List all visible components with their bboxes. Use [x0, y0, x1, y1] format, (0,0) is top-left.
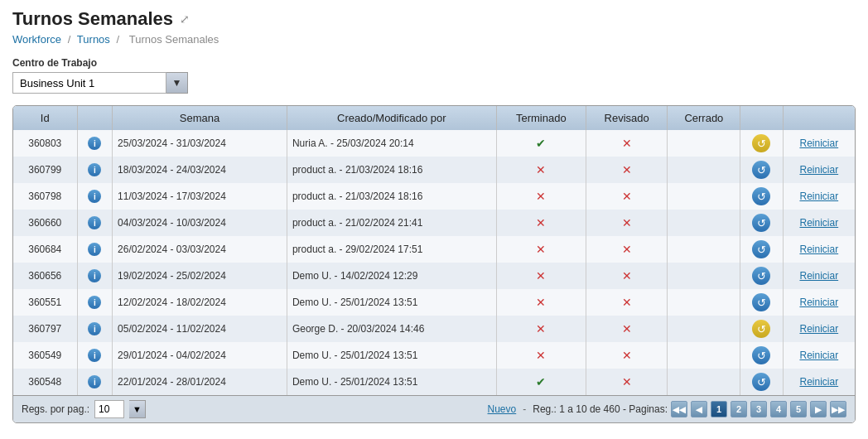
cell-id: 360656	[13, 263, 77, 289]
cell-cerrado	[668, 342, 740, 369]
info-icon[interactable]: i	[88, 216, 101, 229]
refresh-btn[interactable]: ↺	[752, 240, 770, 258]
cell-info: i	[77, 157, 113, 183]
refresh-btn[interactable]: ↺	[752, 293, 770, 311]
refresh-btn[interactable]: ↺	[752, 161, 770, 179]
revisado-cross: ✕	[622, 296, 632, 309]
page-prev-btn[interactable]: ◀	[691, 401, 707, 417]
reiniciar-button[interactable]: Reiniciar	[799, 137, 838, 149]
centro-trabajo-filter: ▼	[12, 72, 856, 94]
info-icon[interactable]: i	[88, 163, 101, 176]
page-next-btn[interactable]: ▶	[810, 401, 827, 417]
cell-cerrado	[668, 316, 740, 342]
table-row: 360656 i 19/02/2024 - 25/02/2024 Demo U.…	[13, 263, 855, 289]
cell-terminado: ✕	[496, 236, 586, 263]
cell-refresh: ↺	[740, 210, 783, 236]
info-icon[interactable]: i	[88, 137, 101, 150]
page-5-btn[interactable]: 5	[790, 401, 807, 417]
cell-info: i	[77, 263, 113, 289]
reiniciar-button[interactable]: Reiniciar	[799, 191, 838, 202]
page-1-btn[interactable]: 1	[711, 401, 727, 417]
cell-creado: product a. - 29/02/2024 17:51	[287, 236, 496, 263]
terminado-check: ✔	[536, 375, 546, 388]
info-icon[interactable]: i	[88, 349, 101, 362]
page-2-btn[interactable]: 2	[731, 401, 747, 417]
breadcrumb-turnos[interactable]: Turnos	[77, 33, 110, 46]
refresh-btn[interactable]: ↺	[752, 214, 770, 232]
table-footer: Regs. por pag.: ▼ Nuevo - Reg.: 1 a 10 d…	[13, 395, 855, 422]
cell-refresh: ↺	[740, 316, 783, 342]
breadcrumb-current: Turnos Semanales	[129, 33, 219, 46]
centro-trabajo-dropdown-btn[interactable]: ▼	[166, 72, 188, 94]
cell-info: i	[77, 130, 113, 157]
terminado-cross: ✕	[536, 216, 546, 229]
cell-revisado: ✕	[586, 210, 668, 236]
refresh-btn[interactable]: ↺	[752, 373, 770, 391]
info-icon[interactable]: i	[88, 296, 101, 309]
reiniciar-button[interactable]: Reiniciar	[799, 217, 838, 229]
refresh-btn[interactable]: ↺	[752, 187, 770, 205]
cell-creado: Demo U. - 25/01/2024 13:51	[287, 342, 496, 369]
cell-refresh: ↺	[740, 236, 783, 263]
cell-id: 360549	[13, 342, 77, 369]
cell-reiniciar: Reiniciar	[783, 289, 855, 316]
page-last-btn[interactable]: ▶▶	[830, 401, 846, 417]
cell-revisado: ✕	[586, 369, 668, 395]
page-4-btn[interactable]: 4	[770, 401, 787, 417]
page-3-btn[interactable]: 3	[750, 401, 767, 417]
cell-cerrado	[668, 236, 740, 263]
cell-info: i	[77, 316, 113, 342]
cell-info: i	[77, 289, 113, 316]
table-row: 360660 i 04/03/2024 - 10/03/2024 product…	[13, 210, 855, 236]
info-icon[interactable]: i	[88, 375, 101, 388]
info-icon[interactable]: i	[88, 269, 101, 282]
page-first-btn[interactable]: ◀◀	[671, 401, 687, 417]
terminado-cross: ✕	[536, 269, 546, 282]
new-button[interactable]: Nuevo	[488, 403, 517, 415]
info-icon[interactable]: i	[88, 190, 101, 203]
cell-reiniciar: Reiniciar	[783, 130, 855, 157]
reiniciar-button[interactable]: Reiniciar	[799, 244, 838, 255]
footer-right: Nuevo - Reg.: 1 a 10 de 460 - Paginas: ◀…	[488, 401, 846, 417]
revisado-cross: ✕	[622, 163, 632, 176]
col-cerrado: Cerrado	[668, 106, 740, 130]
regs-per-page-input[interactable]	[94, 400, 124, 418]
cell-revisado: ✕	[586, 289, 668, 316]
revisado-cross: ✕	[622, 269, 632, 282]
info-icon[interactable]: i	[88, 322, 101, 335]
terminado-cross: ✕	[536, 243, 546, 256]
centro-trabajo-label: Centro de Trabajo	[12, 57, 856, 69]
turnos-table-container: Id Semana Creado/Modificado por Terminad…	[12, 105, 856, 423]
centro-trabajo-input[interactable]	[12, 72, 166, 94]
reiniciar-button[interactable]: Reiniciar	[799, 376, 838, 388]
breadcrumb-workforce[interactable]: Workforce	[12, 33, 61, 46]
reiniciar-button[interactable]: Reiniciar	[799, 323, 838, 335]
refresh-yellow-btn[interactable]: ↺	[752, 134, 770, 152]
revisado-cross: ✕	[622, 216, 632, 229]
regs-dropdown-btn[interactable]: ▼	[129, 400, 146, 418]
col-id: Id	[13, 106, 77, 130]
expand-icon[interactable]: ⤢	[180, 12, 190, 26]
reiniciar-button[interactable]: Reiniciar	[799, 350, 838, 361]
cell-info: i	[77, 183, 113, 210]
cell-creado: product a. - 21/02/2024 21:41	[287, 210, 496, 236]
reiniciar-button[interactable]: Reiniciar	[799, 270, 838, 282]
cell-revisado: ✕	[586, 236, 668, 263]
reiniciar-button[interactable]: Reiniciar	[799, 164, 838, 176]
cell-creado: product a. - 21/03/2024 18:16	[287, 183, 496, 210]
cell-reiniciar: Reiniciar	[783, 342, 855, 369]
cell-semana: 05/02/2024 - 11/02/2024	[113, 316, 287, 342]
info-icon[interactable]: i	[88, 243, 101, 256]
regs-label: Regs. por pag.:	[22, 403, 89, 415]
cell-creado: Nuria A. - 25/03/2024 20:14	[287, 130, 496, 157]
refresh-btn[interactable]: ↺	[752, 346, 770, 364]
reiniciar-button[interactable]: Reiniciar	[799, 297, 838, 308]
terminado-cross: ✕	[536, 190, 546, 203]
cell-reiniciar: Reiniciar	[783, 236, 855, 263]
refresh-btn[interactable]: ↺	[752, 267, 770, 285]
refresh-yellow-btn[interactable]: ↺	[752, 320, 770, 338]
page-title: Turnos Semanales	[12, 8, 173, 30]
cell-semana: 12/02/2024 - 18/02/2024	[113, 289, 287, 316]
col-action1	[740, 106, 783, 130]
table-row: 360803 i 25/03/2024 - 31/03/2024 Nuria A…	[13, 130, 855, 157]
